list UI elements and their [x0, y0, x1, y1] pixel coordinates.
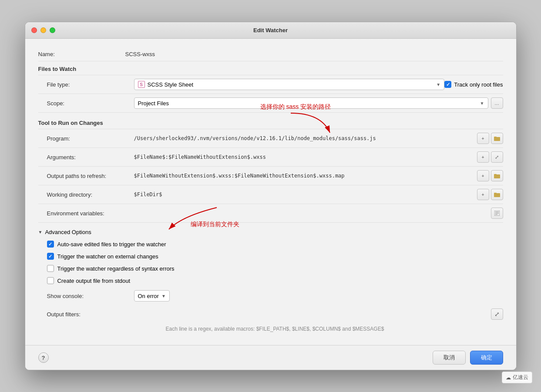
file-type-row: File type: S SCSS Style Sheet ▼ Track on…: [38, 75, 503, 94]
arguments-expand-button[interactable]: ⤢: [491, 151, 503, 163]
ok-button[interactable]: 确定: [470, 351, 503, 365]
trigger-syntax-row: Trigger the watcher regardless of syntax…: [47, 262, 503, 275]
create-output-checkbox[interactable]: [47, 277, 54, 284]
arguments-label: Arguments:: [47, 154, 134, 161]
output-filters-expand-button[interactable]: ⤢: [491, 308, 503, 320]
form-content: Name: SCSS-wxss Files to Watch File type…: [25, 39, 516, 345]
arguments-add-button[interactable]: +: [477, 151, 489, 163]
env-vars-row: Environment variables:: [38, 204, 503, 223]
arguments-actions: + ⤢: [477, 151, 503, 163]
advanced-options-content: Auto-save edited files to trigger the wa…: [38, 238, 503, 336]
working-dir-add-button[interactable]: +: [477, 189, 489, 200]
svg-rect-3: [494, 174, 500, 178]
help-button[interactable]: ?: [38, 352, 49, 363]
env-vars-label: Environment variables:: [47, 210, 134, 217]
name-row: Name: SCSS-wxss: [38, 47, 503, 61]
cancel-button[interactable]: 取消: [433, 351, 466, 365]
arguments-row: Arguments: $FileName$:$FileNameWithoutEx…: [38, 148, 503, 167]
file-type-label: File type:: [47, 81, 134, 88]
footer: ? 取消 确定: [25, 345, 516, 370]
show-console-label: Show console:: [47, 293, 134, 299]
output-paths-add-button[interactable]: +: [477, 170, 489, 181]
file-type-text: SCSS Style Sheet: [148, 81, 437, 88]
track-only-checkbox[interactable]: [444, 81, 451, 88]
file-type-dropdown[interactable]: S SCSS Style Sheet ▼: [134, 79, 445, 90]
output-paths-row: Output paths to refresh: $FileNameWithou…: [38, 167, 503, 185]
create-output-label: Create output file from stdout: [57, 278, 131, 284]
output-paths-browse-button[interactable]: [491, 170, 503, 181]
folder-icon-3: [494, 192, 500, 197]
program-browse-button[interactable]: [491, 133, 503, 144]
auto-save-label: Auto-save edited files to trigger the wa…: [57, 241, 166, 248]
program-add-button[interactable]: +: [477, 133, 489, 144]
trigger-external-checkbox[interactable]: [47, 253, 54, 260]
svg-rect-6: [494, 193, 497, 194]
collapse-arrow-icon: ▼: [38, 230, 43, 235]
show-console-select[interactable]: On error ▼: [134, 290, 170, 302]
scss-icon: S: [138, 81, 145, 88]
brand-icon: ☁: [506, 375, 511, 381]
hint-text: Each line is a regex, available macros: …: [47, 323, 503, 336]
minimize-button[interactable]: [40, 27, 46, 33]
footer-right: 取消 确定: [433, 351, 503, 365]
working-dir-browse-button[interactable]: [491, 189, 503, 200]
program-label: Program:: [47, 135, 134, 142]
program-value: /Users/sherlocked93/.nvm/versions/node/v…: [134, 135, 474, 141]
trigger-external-row: Trigger the watcher on external changes: [47, 250, 503, 262]
name-value: SCSS-wxss: [125, 51, 503, 57]
svg-rect-2: [494, 137, 497, 137]
svg-rect-1: [494, 137, 500, 141]
edit-icon: [494, 211, 500, 216]
advanced-options-label: Advanced Options: [45, 229, 91, 235]
name-label: Name:: [38, 51, 125, 57]
auto-save-row: Auto-save edited files to trigger the wa…: [47, 238, 503, 250]
trigger-syntax-checkbox[interactable]: [47, 265, 54, 272]
working-dir-value: $FileDir$: [134, 191, 474, 198]
advanced-options-section: ▼ Advanced Options Auto-save edited file…: [38, 226, 503, 336]
close-button[interactable]: [31, 27, 37, 33]
trigger-external-label: Trigger the watcher on external changes: [57, 253, 158, 260]
output-paths-label: Output paths to refresh:: [47, 173, 134, 179]
advanced-options-header[interactable]: ▼ Advanced Options: [38, 226, 503, 238]
scope-arrow-icon: ▼: [480, 101, 484, 106]
working-dir-row: Working directory: $FileDir$ +: [38, 185, 503, 204]
scope-label: Scope:: [47, 100, 134, 107]
env-vars-edit-button[interactable]: [491, 208, 503, 219]
output-paths-actions: +: [477, 170, 503, 181]
edit-watcher-window: Edit Watcher Name: SCSS-wxss Files to Wa…: [25, 22, 517, 370]
titlebar: Edit Watcher: [25, 22, 516, 39]
scope-text: Project Files: [138, 100, 480, 107]
scope-dropdown[interactable]: Project Files ▼: [134, 97, 488, 109]
trigger-syntax-label: Trigger the watcher regardless of syntax…: [57, 265, 175, 272]
auto-save-checkbox[interactable]: [47, 241, 54, 248]
brand-text: 亿速云: [513, 374, 528, 381]
files-to-watch-header: Files to Watch: [38, 61, 503, 75]
scope-wrap: Project Files ▼ …: [134, 97, 503, 109]
output-filters-row: Output filters: ⤢: [47, 305, 503, 323]
output-filters-label: Output filters:: [47, 311, 134, 318]
scope-extra-button[interactable]: …: [491, 97, 503, 109]
output-paths-value: $FileNameWithoutExtension$.wxss:$FileNam…: [134, 173, 474, 179]
folder-icon-2: [494, 173, 500, 178]
env-vars-actions: [491, 208, 503, 219]
arguments-value: $FileName$:$FileNameWithoutExtension$.wx…: [134, 154, 474, 160]
show-console-value: On error: [138, 293, 159, 299]
show-console-arrow-icon: ▼: [161, 294, 166, 298]
track-only-wrap: Track only root files: [444, 81, 503, 88]
tool-header: Tool to Run on Changes: [38, 115, 503, 129]
working-dir-actions: +: [477, 189, 503, 200]
window-title: Edit Watcher: [253, 27, 288, 34]
svg-rect-4: [494, 174, 497, 175]
working-dir-label: Working directory:: [47, 191, 134, 198]
footer-left: ?: [38, 352, 49, 363]
track-only-label: Track only root files: [454, 81, 503, 88]
brand-watermark: ☁ 亿速云: [502, 372, 532, 383]
svg-rect-5: [494, 193, 500, 197]
maximize-button[interactable]: [50, 27, 55, 33]
program-actions: +: [477, 133, 503, 144]
create-output-row: Create output file from stdout: [47, 275, 503, 287]
show-console-row: Show console: On error ▼: [47, 287, 503, 305]
scope-row: Scope: Project Files ▼ …: [38, 94, 503, 113]
program-row: Program: /Users/sherlocked93/.nvm/versio…: [38, 129, 503, 148]
folder-icon: [494, 136, 500, 141]
